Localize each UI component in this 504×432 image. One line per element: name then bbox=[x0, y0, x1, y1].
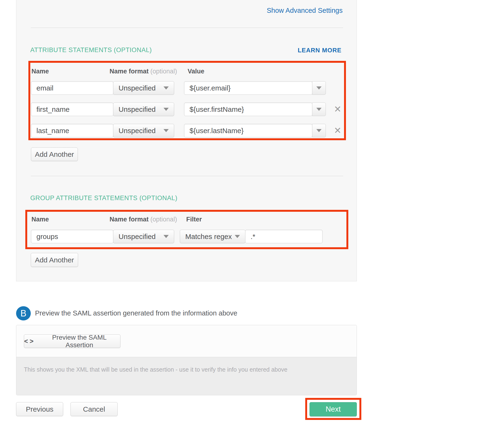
chevron-down-icon bbox=[235, 235, 240, 238]
preview-saml-assertion-button[interactable]: <> Preview the SAML Assertion bbox=[24, 334, 120, 348]
attribute-name-input[interactable] bbox=[31, 81, 113, 95]
attribute-statements-heading: ATTRIBUTE STATEMENTS (OPTIONAL) bbox=[30, 47, 152, 54]
chevron-down-icon bbox=[316, 129, 322, 132]
section-divider bbox=[31, 28, 343, 28]
group-name-input[interactable] bbox=[31, 230, 113, 243]
attribute-value-input[interactable] bbox=[184, 103, 312, 116]
step-b-badge: B bbox=[16, 306, 31, 320]
next-button[interactable]: Next bbox=[309, 402, 357, 416]
chevron-down-icon bbox=[163, 129, 169, 132]
preview-helper-area: This shows you the XML that will be used… bbox=[16, 357, 357, 395]
column-header-name-format: Name format (optional) bbox=[109, 216, 177, 223]
group-attribute-statements-heading: GROUP ATTRIBUTE STATEMENTS (OPTIONAL) bbox=[30, 194, 178, 202]
value-dropdown-button[interactable] bbox=[312, 81, 326, 95]
chevron-down-icon bbox=[163, 86, 169, 90]
remove-row-button[interactable]: ✕ bbox=[331, 103, 344, 116]
attribute-value-input[interactable] bbox=[184, 124, 312, 137]
attribute-row: Unspecified ✕ bbox=[0, 103, 504, 116]
section-divider bbox=[31, 176, 343, 176]
name-format-select[interactable]: Unspecified bbox=[113, 103, 174, 116]
attribute-name-input[interactable] bbox=[31, 124, 113, 137]
chevron-down-icon bbox=[163, 108, 169, 111]
cancel-button[interactable]: Cancel bbox=[71, 402, 117, 416]
attribute-row: Unspecified bbox=[0, 81, 504, 95]
column-header-value: Value bbox=[188, 68, 204, 75]
chevron-down-icon bbox=[163, 235, 169, 238]
remove-row-button[interactable]: ✕ bbox=[331, 124, 344, 137]
step-b-title: Preview the SAML assertion generated fro… bbox=[35, 309, 237, 317]
show-advanced-settings-link[interactable]: Show Advanced Settings bbox=[267, 7, 343, 14]
preview-panel: <> Preview the SAML Assertion This shows… bbox=[16, 325, 357, 395]
add-another-attribute-button[interactable]: Add Another bbox=[31, 148, 78, 161]
column-header-filter: Filter bbox=[186, 216, 202, 223]
learn-more-link[interactable]: LEARN MORE bbox=[298, 47, 342, 54]
value-dropdown-button[interactable] bbox=[312, 103, 326, 116]
name-format-select[interactable]: Unspecified bbox=[113, 81, 174, 95]
filter-type-select[interactable]: Matches regex bbox=[180, 230, 245, 243]
add-another-group-attribute-button[interactable]: Add Another bbox=[31, 253, 78, 267]
attribute-value-input[interactable] bbox=[184, 81, 312, 95]
name-format-select[interactable]: Unspecified bbox=[113, 124, 174, 137]
previous-button[interactable]: Previous bbox=[16, 402, 63, 416]
group-attribute-row: Unspecified Matches regex bbox=[0, 230, 504, 243]
column-header-name-format: Name format (optional) bbox=[109, 68, 177, 75]
code-icon: <> bbox=[24, 338, 35, 345]
preview-helper-text: This shows you the XML that will be used… bbox=[24, 366, 288, 373]
column-header-name: Name bbox=[31, 216, 49, 223]
chevron-down-icon bbox=[316, 86, 322, 90]
filter-value-input[interactable] bbox=[245, 230, 323, 243]
saml-settings-page: Show Advanced Settings ATTRIBUTE STATEME… bbox=[0, 0, 504, 432]
column-header-name: Name bbox=[31, 68, 49, 75]
attribute-name-input[interactable] bbox=[31, 103, 113, 116]
attribute-row: Unspecified ✕ bbox=[0, 124, 504, 137]
name-format-select[interactable]: Unspecified bbox=[113, 230, 174, 243]
value-dropdown-button[interactable] bbox=[312, 124, 326, 137]
chevron-down-icon bbox=[316, 108, 322, 111]
